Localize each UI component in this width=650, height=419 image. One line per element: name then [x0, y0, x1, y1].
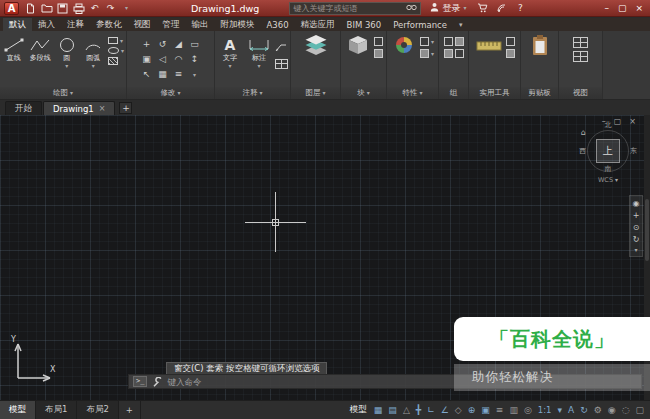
group-selection-icon[interactable] [455, 49, 464, 58]
app-menu-button[interactable]: A [4, 2, 19, 15]
panel-label-utilities[interactable]: 实用工具 [469, 87, 520, 99]
move-icon[interactable]: + [143, 40, 151, 49]
layout-tab-layout2[interactable]: 布局2 [77, 401, 118, 419]
ribbon-display-options[interactable]: ▾ [453, 18, 469, 31]
create-block-icon[interactable] [374, 37, 383, 46]
ribbon-tab-manage[interactable]: 管理 [157, 18, 186, 31]
file-tab-drawing1[interactable]: Drawing1 × [43, 101, 115, 115]
scrollbar-thumb[interactable] [645, 199, 649, 261]
ellipse-icon[interactable] [108, 47, 119, 54]
infer-constraints-icon[interactable]: △ [403, 406, 410, 415]
viewcube-north[interactable]: 北 [605, 120, 612, 130]
line-button[interactable]: 直线 [2, 35, 26, 62]
panel-label-modify[interactable]: 修改 ▾ [127, 87, 214, 99]
group-edit-icon[interactable] [444, 49, 453, 58]
chevron-down-icon[interactable]: ▾ [120, 38, 123, 44]
layer-properties-button[interactable] [298, 35, 334, 54]
viewport-config-icon[interactable] [573, 37, 588, 48]
ucs-icon[interactable]: Y X [10, 334, 56, 386]
redo-icon[interactable]: ↷ [104, 2, 117, 14]
close-tab-icon[interactable]: × [99, 105, 106, 113]
isolate-objects-icon[interactable]: ◌ [622, 406, 630, 415]
navbar-more-icon[interactable]: ▾ [634, 247, 637, 253]
text-button[interactable]: A 文字 ▾ [217, 35, 243, 69]
circle-button[interactable]: 圆 ▾ [55, 35, 79, 69]
ungroup-icon[interactable] [455, 37, 464, 46]
ribbon-tab-performance[interactable]: Performance [387, 18, 453, 31]
properties-button[interactable] [391, 35, 417, 54]
model-paper-toggle[interactable]: 模型 [350, 404, 367, 416]
panel-label-annotation[interactable]: 注释 ▾ [215, 87, 290, 99]
object-color-icon[interactable] [420, 49, 429, 58]
offset-icon[interactable]: ≡ [175, 70, 183, 79]
ribbon-tab-output[interactable]: 输出 [186, 18, 215, 31]
panel-label-layers[interactable]: 图层 ▾ [291, 87, 340, 99]
polyline-button[interactable]: 多段线 [29, 35, 53, 62]
dynamic-input-icon[interactable]: ╋ [416, 406, 421, 415]
isometric-drafting-icon[interactable]: ◇ [455, 406, 462, 415]
ribbon-tab-home[interactable]: 默认 [3, 18, 32, 31]
hatch-icon[interactable] [108, 57, 118, 65]
arc-button[interactable]: 圆弧 ▾ [82, 35, 106, 69]
modify-more-icon[interactable]: ▾ [193, 72, 196, 78]
viewcube-south[interactable]: 南 [605, 164, 612, 174]
layout-tab-model[interactable]: 模型 [0, 401, 36, 419]
pan-icon[interactable]: + [633, 211, 640, 220]
match-properties-icon[interactable] [420, 37, 429, 46]
sign-in-button[interactable]: 登录 ▾ [430, 2, 466, 15]
panel-label-groups[interactable]: 组 [439, 87, 468, 99]
snap-mode-icon[interactable]: ▤ [388, 406, 397, 415]
clean-screen-icon[interactable]: ▢ [635, 406, 644, 415]
save-icon[interactable] [56, 2, 69, 14]
array-icon[interactable]: ▦ [158, 70, 167, 79]
panel-label-clipboard[interactable]: 剪贴板 [521, 87, 558, 99]
named-views-icon[interactable] [573, 51, 588, 62]
table-icon[interactable] [275, 59, 288, 69]
new-drawing-tab-button[interactable]: + [119, 102, 132, 114]
plot-printer-icon[interactable] [72, 2, 85, 14]
dimension-button[interactable]: 标注 ▾ [246, 35, 272, 69]
annotation-autoscale-icon[interactable]: ↻ [580, 406, 588, 415]
selection-cycling-icon[interactable]: ◎ [524, 406, 532, 415]
rectangle-icon[interactable] [108, 37, 118, 44]
layout-tab-layout1[interactable]: 布局1 [36, 401, 77, 419]
ribbon-tab-insert[interactable]: 插入 [32, 18, 61, 31]
stay-connected-icon[interactable] [495, 2, 507, 14]
osnap-tracking-icon[interactable]: ⊕ [468, 406, 476, 415]
ribbon-tab-addins[interactable]: 附加模块 [215, 18, 261, 31]
fillet-icon[interactable]: ◠ [175, 55, 183, 64]
app-store-cart-icon[interactable] [476, 2, 488, 14]
drawing-canvas[interactable]: – ▢ × ⌂ 北 西 上 东 南 WCS ▾ ◉ + ⊙ ↻ ▾ [0, 115, 650, 400]
leader-icon[interactable] [275, 37, 287, 56]
trim-icon[interactable]: ◢ [175, 40, 182, 49]
annotation-scale-button[interactable]: 1:1 [538, 405, 552, 415]
viewcube-top-face[interactable]: 上 [596, 139, 620, 163]
qat-customize-caret-icon[interactable]: ▾ [120, 2, 133, 14]
ribbon-tab-view[interactable]: 视图 [128, 18, 157, 31]
ribbon-tab-bim360[interactable]: BIM 360 [341, 18, 388, 31]
viewcube-west[interactable]: 西 [579, 146, 586, 156]
steering-wheel-icon[interactable]: ◉ [633, 199, 640, 208]
search-input[interactable] [293, 4, 403, 13]
polar-tracking-icon[interactable]: ∠ [441, 406, 449, 415]
ribbon-tab-parametric[interactable]: 参数化 [90, 18, 128, 31]
minimize-button[interactable]: – [604, 3, 609, 13]
new-layout-button[interactable]: + [119, 401, 141, 419]
ortho-mode-icon[interactable]: ∟ [427, 406, 435, 415]
command-customize-wrench-icon[interactable] [152, 372, 162, 391]
ribbon-tab-featured-apps[interactable]: 精选应用 [295, 18, 341, 31]
close-button[interactable]: × [635, 3, 643, 13]
erase-icon[interactable]: ▭ [190, 40, 199, 49]
quick-calc-icon[interactable] [506, 49, 515, 58]
zoom-icon[interactable]: ⊙ [633, 223, 640, 232]
copy-icon[interactable]: ▣ [142, 55, 151, 64]
chevron-down-icon[interactable]: ▾ [431, 39, 434, 45]
search-binoculars-icon[interactable] [406, 3, 417, 13]
insert-block-button[interactable] [345, 35, 371, 54]
grid-icon[interactable]: ▦ [374, 406, 383, 415]
help-icon[interactable]: ? [514, 2, 526, 14]
paste-button[interactable] [528, 35, 552, 54]
ribbon-tab-a360[interactable]: A360 [261, 18, 295, 31]
undo-icon[interactable]: ↶ [88, 2, 101, 14]
measure-button[interactable] [475, 35, 503, 54]
